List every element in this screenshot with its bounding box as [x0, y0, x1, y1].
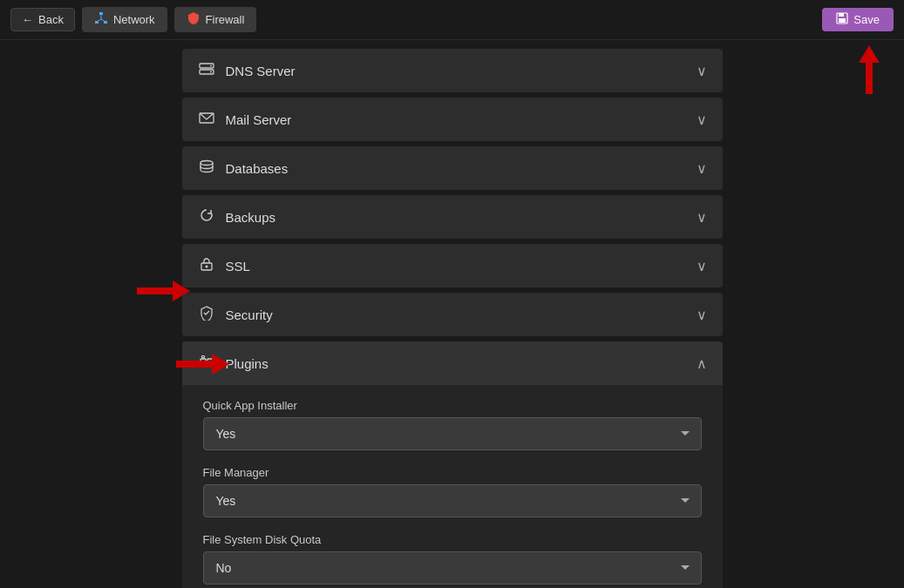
- content-wrapper: DNS Server ∨ Mail Server ∨: [182, 40, 723, 571]
- arrow-up-indicator: [852, 44, 887, 98]
- svg-point-19: [205, 266, 207, 268]
- arrow-plugins-indicator: [135, 277, 192, 308]
- accordion-header-plugins[interactable]: Plugins ∧: [182, 341, 723, 385]
- security-chevron: ∨: [697, 307, 707, 323]
- accordion-mail-server: Mail Server ∨: [182, 98, 723, 141]
- quick-app-installer-label: Quick App Installer: [203, 399, 702, 412]
- svg-rect-8: [839, 18, 846, 23]
- svg-rect-7: [839, 13, 844, 17]
- databases-icon: [198, 159, 215, 178]
- form-group-file-manager: File Manager Yes No: [203, 466, 702, 517]
- accordion-dns-server: DNS Server ∨: [182, 49, 723, 92]
- accordion-security: Security ∨: [182, 293, 723, 336]
- dns-server-icon: [198, 61, 215, 80]
- plugins-panel: Quick App Installer Yes No File Manager …: [182, 385, 723, 588]
- svg-line-5: [101, 19, 105, 22]
- mail-server-icon: [198, 110, 215, 129]
- ssl-icon: [198, 256, 215, 275]
- topbar: ← Back Network Firewall: [0, 0, 904, 40]
- mail-server-label: Mail Server: [226, 112, 686, 127]
- network-icon: [94, 11, 108, 28]
- mail-server-chevron: ∨: [697, 112, 707, 128]
- accordion-header-databases[interactable]: Databases ∨: [182, 146, 723, 190]
- firewall-tab[interactable]: Firewall: [174, 7, 257, 32]
- svg-line-4: [97, 19, 101, 22]
- file-system-disk-quota-label: File System Disk Quota: [203, 533, 702, 546]
- security-icon: [198, 305, 215, 324]
- svg-point-14: [210, 65, 212, 67]
- firewall-label: Firewall: [206, 13, 245, 26]
- backups-label: Backups: [226, 210, 686, 225]
- network-label: Network: [113, 13, 155, 26]
- accordion-databases: Databases ∨: [182, 146, 723, 190]
- form-group-file-system-disk-quota: File System Disk Quota Yes No: [203, 533, 702, 585]
- file-manager-select[interactable]: Yes No: [203, 484, 702, 517]
- svg-point-17: [201, 161, 213, 166]
- back-icon: ←: [22, 13, 33, 26]
- main-content: DNS Server ∨ Mail Server ∨: [0, 40, 904, 588]
- accordion-header-mail-server[interactable]: Mail Server ∨: [182, 98, 723, 141]
- accordion-ssl: SSL ∨: [182, 244, 723, 287]
- security-label: Security: [226, 308, 686, 322]
- svg-marker-11: [176, 354, 229, 375]
- file-system-disk-quota-select[interactable]: Yes No: [203, 551, 702, 585]
- svg-marker-10: [137, 280, 190, 301]
- arrow-installer-indicator: [174, 350, 231, 381]
- accordion-header-dns-server[interactable]: DNS Server ∨: [182, 49, 723, 92]
- save-icon: [836, 12, 848, 27]
- back-label: Back: [38, 13, 64, 26]
- svg-marker-9: [859, 45, 880, 94]
- save-button[interactable]: Save: [822, 8, 894, 31]
- databases-chevron: ∨: [697, 160, 707, 177]
- backups-chevron: ∨: [697, 209, 707, 226]
- quick-app-installer-select[interactable]: Yes No: [203, 417, 702, 450]
- backups-icon: [198, 207, 215, 226]
- svg-rect-0: [99, 12, 103, 15]
- plugins-chevron: ∧: [697, 355, 707, 372]
- file-manager-label: File Manager: [203, 466, 702, 479]
- accordion-header-security[interactable]: Security ∨: [182, 293, 723, 336]
- accordion-plugins: Plugins ∧ Quick App Installer Yes No Fil…: [182, 341, 723, 588]
- dns-server-label: DNS Server: [226, 64, 686, 78]
- firewall-icon: [187, 11, 201, 28]
- back-button[interactable]: ← Back: [10, 8, 75, 31]
- network-tab[interactable]: Network: [82, 7, 167, 32]
- accordion-backups: Backups ∨: [182, 195, 723, 239]
- save-label: Save: [853, 13, 880, 26]
- ssl-chevron: ∨: [697, 258, 707, 274]
- databases-label: Databases: [226, 161, 686, 176]
- form-group-quick-app-installer: Quick App Installer Yes No: [203, 399, 702, 450]
- dns-server-chevron: ∨: [697, 63, 707, 79]
- ssl-label: SSL: [226, 259, 686, 274]
- accordion-header-backups[interactable]: Backups ∨: [182, 195, 723, 239]
- svg-point-15: [210, 71, 212, 73]
- plugins-label: Plugins: [226, 356, 686, 371]
- accordion-header-ssl[interactable]: SSL ∨: [182, 244, 723, 287]
